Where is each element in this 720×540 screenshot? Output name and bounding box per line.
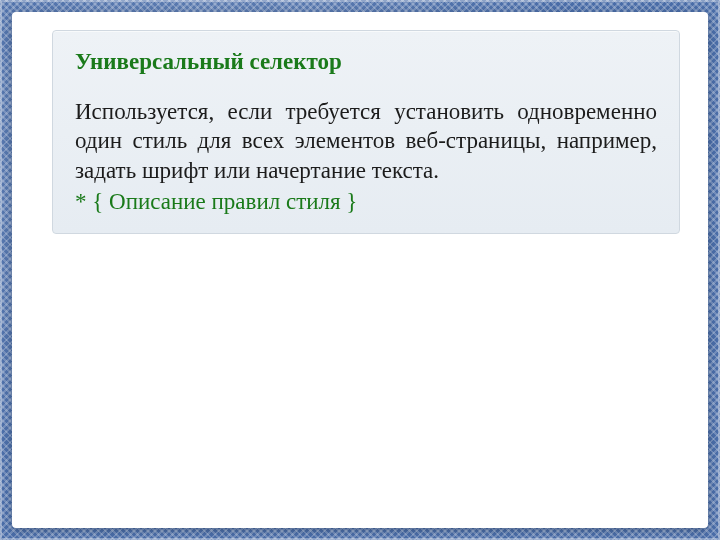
css-syntax-example: * { Описание правил стиля } (75, 187, 657, 216)
slide-body-text: Используется, если требуется установить … (75, 97, 657, 185)
slide-title: Универсальный селектор (75, 49, 657, 75)
content-callout: Универсальный селектор Используется, есл… (52, 30, 680, 234)
textured-border: Универсальный селектор Используется, есл… (0, 0, 720, 540)
slide-page: Универсальный селектор Используется, есл… (12, 12, 708, 528)
